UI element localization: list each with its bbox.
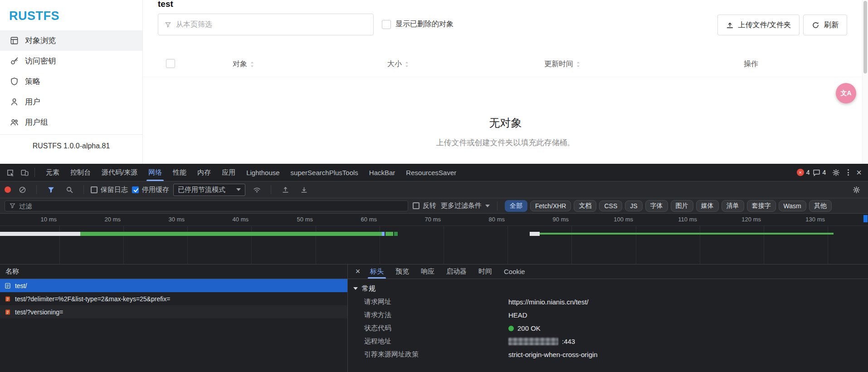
request-row[interactable]: test/?versioning= [0, 305, 347, 318]
import-har-button[interactable] [278, 183, 293, 196]
network-settings-button[interactable] [849, 183, 863, 196]
device-toolbar-button[interactable] [17, 166, 32, 179]
det-tab-headers[interactable]: 标头 [364, 264, 390, 279]
network-filter-input[interactable] [19, 202, 403, 210]
translate-floating-button[interactable]: 文A [836, 83, 856, 103]
invert-checkbox[interactable] [413, 202, 419, 209]
sidebar-item-object-browser[interactable]: 对象浏览 [0, 30, 142, 51]
request-row[interactable]: test/ [0, 279, 347, 292]
devtools-panel: 元素 控制台 源代码/来源 网络 性能 内存 应用 Lighthouse sup… [0, 164, 868, 372]
tab-memory[interactable]: 内存 [192, 164, 216, 181]
sidebar-item-groups[interactable]: 用户组 [0, 112, 142, 132]
sidebar-item-policies[interactable]: 策略 [0, 71, 142, 92]
sidebar-item-access-keys[interactable]: 访问密钥 [0, 51, 142, 71]
request-name: test/ [15, 282, 27, 289]
settings-button[interactable] [829, 166, 843, 179]
app-scrollbar-thumb[interactable] [863, 1, 867, 73]
more-options-button[interactable] [846, 167, 851, 177]
details-tabbar: × 标头 预览 响应 启动器 时间 Cookie [348, 264, 868, 279]
close-devtools-button[interactable]: × [853, 167, 864, 178]
waterfall-bar [530, 232, 540, 236]
disable-cache-checkbox[interactable] [132, 186, 139, 193]
filter-pill-socket[interactable]: 套接字 [747, 200, 776, 212]
app-scrollbar[interactable] [862, 0, 868, 164]
disclosure-triangle-icon [353, 287, 358, 290]
invert-filter-toggle[interactable]: 反转 [413, 201, 436, 210]
header-field-row: 远程地址 :443 [348, 335, 868, 348]
refresh-button[interactable]: 刷新 [803, 15, 847, 35]
det-tab-response[interactable]: 响应 [415, 264, 440, 279]
timeline-gridline [828, 225, 828, 264]
filter-pill-font[interactable]: 字体 [645, 200, 668, 212]
clear-button[interactable] [15, 183, 29, 196]
tab-application[interactable]: 应用 [216, 164, 241, 181]
tab-hackbar[interactable]: HackBar [364, 164, 401, 181]
refresh-button-label: 刷新 [824, 20, 839, 30]
upload-button[interactable]: 上传文件/文件夹 [717, 15, 800, 35]
export-har-button[interactable] [297, 183, 311, 196]
filter-pill-doc[interactable]: 文档 [574, 200, 596, 212]
show-deleted-checkbox[interactable] [382, 20, 391, 29]
det-tab-cookie[interactable]: Cookie [498, 264, 531, 279]
tab-console[interactable]: 控制台 [65, 164, 96, 181]
tab-network[interactable]: 网络 [143, 164, 167, 181]
column-header-object[interactable]: 对象 [233, 59, 254, 69]
filter-pill-all[interactable]: 全部 [505, 200, 527, 212]
search-button[interactable] [62, 183, 77, 196]
column-header-size[interactable]: 大小 [387, 59, 409, 69]
object-filter-input[interactable] [176, 20, 367, 29]
preserve-log-checkbox[interactable] [91, 186, 98, 193]
filter-pill-fetch-xhr[interactable]: Fetch/XHR [530, 201, 571, 211]
filter-pill-manifest[interactable]: 清单 [722, 200, 744, 212]
disable-cache-toggle[interactable]: 停用缓存 [132, 186, 169, 194]
sort-icon [405, 61, 409, 68]
det-tab-preview[interactable]: 预览 [390, 264, 415, 279]
ruler-line [0, 225, 868, 226]
filter-toggle-button[interactable] [44, 183, 58, 196]
timeline-tick: 10 ms [16, 216, 57, 223]
error-badge[interactable]: × 4 [797, 169, 810, 176]
field-key: 请求方法 [364, 311, 508, 319]
filter-pill-js[interactable]: JS [625, 201, 642, 211]
column-label: 操作 [744, 59, 758, 69]
request-type-pills: 全部 Fetch/XHR 文档 CSS JS 字体 图片 媒体 清单 套接字 W… [505, 200, 832, 212]
filter-pill-media[interactable]: 媒体 [696, 200, 719, 212]
filter-pill-other[interactable]: 其他 [809, 200, 832, 212]
close-details-button[interactable]: × [351, 267, 364, 276]
more-filters-button[interactable]: 更多过滤条件 [441, 201, 490, 210]
det-tab-timing[interactable]: 时间 [473, 264, 498, 279]
tab-resourcessaver[interactable]: ResourcesSaver [400, 164, 462, 181]
network-overview[interactable]: 10 ms 20 ms 30 ms 40 ms 50 ms 60 ms 70 m… [0, 214, 868, 264]
request-list-header[interactable]: 名称 [0, 264, 347, 279]
filter-pill-wasm[interactable]: Wasm [779, 201, 806, 211]
record-button[interactable] [5, 186, 11, 193]
det-tab-initiator[interactable]: 启动器 [440, 264, 473, 279]
filter-pill-img[interactable]: 图片 [671, 200, 693, 212]
network-conditions-button[interactable] [249, 183, 264, 196]
general-section-header[interactable]: 常规 [348, 282, 868, 295]
tab-performance[interactable]: 性能 [167, 164, 192, 181]
message-badge[interactable]: 4 [813, 169, 826, 176]
inspect-element-button[interactable] [3, 166, 17, 179]
shield-icon [10, 77, 19, 86]
sort-icon [250, 61, 254, 68]
preserve-log-toggle[interactable]: 保留日志 [91, 186, 128, 194]
throttling-select[interactable]: 已停用节流模式 [173, 184, 245, 196]
timeline-tick: 80 ms [464, 216, 505, 223]
sort-icon [576, 61, 580, 68]
timeline-gridline [251, 225, 252, 264]
column-header-updated[interactable]: 更新时间 [544, 59, 580, 69]
tab-sources[interactable]: 源代码/来源 [96, 164, 143, 181]
redacted-address [508, 338, 558, 345]
filter-pill-css[interactable]: CSS [599, 201, 622, 211]
show-deleted-toggle[interactable]: 显示已删除的对象 [382, 20, 454, 29]
select-all-checkbox[interactable] [166, 59, 175, 68]
tab-elements[interactable]: 元素 [40, 164, 65, 181]
import-icon [282, 186, 289, 194]
divider [83, 185, 84, 194]
waterfall-bar [540, 233, 834, 235]
tab-supersearchplustools[interactable]: superSearchPlusTools [285, 164, 364, 181]
tab-lighthouse[interactable]: Lighthouse [241, 164, 285, 181]
sidebar-item-users[interactable]: 用户 [0, 92, 142, 112]
request-row[interactable]: test/?delimiter=%2F&list-type=2&max-keys… [0, 292, 347, 305]
